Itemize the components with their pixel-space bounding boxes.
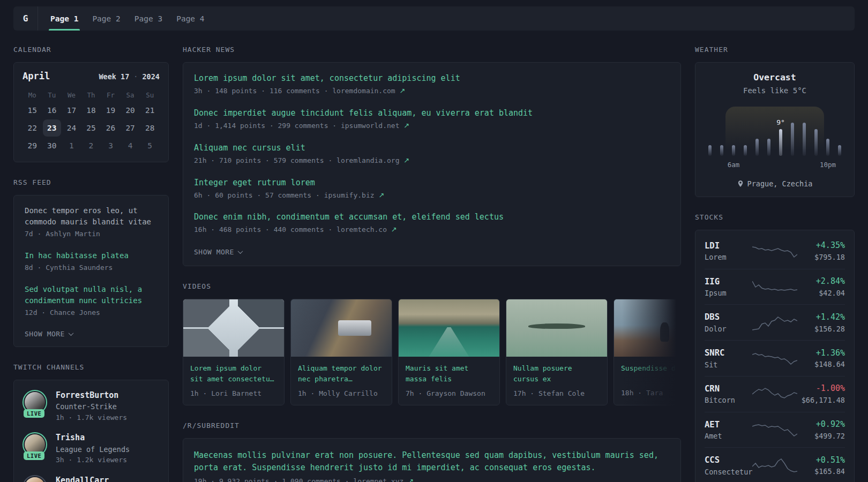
hackernews-item: Lorem ipsum dolor sit amet, consectetur … (194, 73, 670, 96)
calendar-day-cell: 23 (43, 119, 61, 137)
stock-row[interactable]: IIG Ipsum +2.84% $42.04 (705, 269, 845, 305)
video-meta: 1h · Molly Carrillo (298, 389, 385, 397)
calendar-week-label: Week 17 (99, 72, 129, 81)
twitch-channel-row[interactable]: LIVE ForrestBurton Counter-Strike 1h · 1… (23, 390, 160, 423)
sparkline-path (752, 388, 797, 398)
stock-values: +2.84% $42.04 (797, 276, 845, 298)
hackernews-item-meta[interactable]: 21h · 710 points · 579 comments · loreml… (194, 156, 670, 166)
twitch-channel-game: League of Legends (56, 444, 130, 455)
video-card-body: Aliquam tempor dolor nec pharetra… 1h · … (291, 357, 392, 404)
stock-company-name: Ipsum (705, 288, 752, 298)
avatar (25, 477, 45, 482)
video-title-link[interactable]: Mauris sit amet massa felis (406, 363, 492, 385)
stock-row[interactable]: CRN Bitcorn -1.00% $66,171.48 (705, 376, 845, 412)
page-tab[interactable]: Page 3 (128, 6, 169, 31)
video-card[interactable]: Aliquam tempor dolor nec pharetra… 1h · … (290, 299, 392, 405)
twitch-channel-name: Trisha (56, 432, 130, 444)
calendar-day-cell: 1 (62, 137, 80, 154)
calendar-day-cell: 15 (23, 102, 41, 119)
hackernews-show-more-button[interactable]: SHOW MORE (194, 247, 242, 256)
page-tab[interactable]: Page 2 (85, 6, 127, 31)
hackernews-item-title-link[interactable]: Integer eget rutrum lorem (194, 178, 670, 187)
dashboard-page: G Page 1Page 2Page 3Page 4 CALENDAR Apri… (13, 0, 855, 482)
video-card[interactable]: Lorem ipsum dolor sit amet consectetu… 1… (183, 299, 285, 405)
chevron-down-icon (69, 330, 74, 336)
videos-section-label: VIDEOS (183, 282, 681, 290)
hackernews-meta-text: 3h · 148 points · 116 comments · loremdo… (194, 87, 400, 95)
twitch-channel-row[interactable]: LIVE Trisha League of Legends 3h · 1.2k … (23, 432, 160, 465)
stock-sparkline-chart (752, 421, 797, 439)
app-logo: G (13, 6, 38, 31)
stock-row[interactable]: DBS Dolor +1.42% $156.28 (705, 304, 845, 340)
video-card[interactable]: Mauris sit amet massa felis 7h · Grayson… (398, 299, 500, 405)
location-pin-icon (737, 180, 744, 187)
page-tab[interactable]: Page 4 (169, 6, 211, 31)
calendar-day-cell: 28 (141, 119, 159, 137)
twitch-channel-row[interactable]: KendallCarr (23, 475, 160, 482)
calendar-header: April Week 17 · 2024 (23, 71, 160, 81)
weather-hourly-bars: 6am 9° (708, 107, 841, 156)
page-tab[interactable]: Page 1 (43, 6, 85, 31)
hackernews-item-title-link[interactable]: Lorem ipsum dolor sit amet, consectetur … (194, 73, 670, 83)
weather-feels-like: Feels like 5°C (704, 86, 845, 95)
video-title-link[interactable]: Aliquam tempor dolor nec pharetra… (298, 363, 385, 385)
twitch-avatar-ring (23, 475, 47, 482)
twitch-avatar-wrap: LIVE (23, 432, 47, 457)
stock-row[interactable]: SNRC Sit +1.36% $148.64 (705, 340, 845, 376)
twitch-channel-info: Trisha League of Legends 3h · 1.2k viewe… (56, 432, 130, 465)
subreddit-post-meta[interactable]: 19h · 9,932 points · 1,090 comments · lo… (194, 477, 670, 482)
video-title-link[interactable]: Nullam posuere cursus ex (513, 363, 600, 385)
stock-names: CCS Consectetur (705, 454, 752, 477)
hackernews-item-title-link[interactable]: Donec enim nibh, condimentum et accumsan… (194, 212, 670, 222)
weather-location: Prague, Czechia (704, 179, 845, 188)
calendar-week-year: Week 17 · 2024 (99, 72, 160, 81)
twitch-widget: TWITCH CHANNELS LIVE ForrestBurton (13, 363, 169, 482)
rss-item-title-link[interactable]: Donec tempor eros leo, ut commodo mauris… (25, 205, 158, 228)
stock-row[interactable]: LDI Lorem +4.35% $795.18 (705, 234, 845, 269)
stock-sparkline-chart (752, 243, 797, 260)
calendar-dow-label: Fr (107, 89, 115, 102)
hackernews-item-meta[interactable]: 6h · 60 points · 57 comments · ipsumify.… (194, 191, 670, 201)
hackernews-item-meta[interactable]: 16h · 468 points · 440 comments · loremt… (194, 225, 670, 235)
subreddit-post-title-link[interactable]: Maecenas mollis pulvinar erat non posuer… (194, 449, 670, 475)
external-link-icon: ↗ (408, 477, 414, 482)
hackernews-item-title-link[interactable]: Aliquam nec cursus elit (194, 143, 670, 153)
stocks-card: LDI Lorem +4.35% $795.18 (695, 230, 855, 482)
weather-hour-bar (814, 129, 818, 156)
rss-widget: RSS FEED Donec tempor eros leo, ut commo… (13, 178, 169, 347)
stock-sparkline-chart (752, 457, 797, 475)
rss-item-meta: 7d · Ashlyn Martin (25, 229, 158, 239)
calendar-dow-label: Sa (126, 89, 134, 102)
video-title-link[interactable]: Suspendisse diam (621, 363, 681, 385)
stock-row[interactable]: AET Amet +0.92% $499.72 (705, 412, 845, 448)
weather-hour-bar (720, 145, 723, 156)
video-title-link[interactable]: Lorem ipsum dolor sit amet consectetu… (190, 363, 277, 385)
rss-show-more-button[interactable]: SHOW MORE (25, 329, 73, 338)
stock-company-name: Bitcorn (705, 395, 752, 405)
hackernews-meta-text: 1d · 1,414 points · 299 comments · ipsum… (194, 122, 403, 130)
external-link-icon: ↗ (400, 87, 406, 95)
weather-location-text: Prague, Czechia (747, 179, 813, 188)
weather-section-label: WEATHER (695, 46, 855, 54)
hackernews-meta-text: 16h · 468 points · 440 comments · loremt… (194, 225, 391, 234)
calendar-day-cell: 20 (121, 102, 139, 119)
stock-row[interactable]: CCS Consectetur +0.51% $165.84 (705, 447, 845, 482)
external-link-icon: ↗ (403, 122, 409, 130)
rss-item-title-link[interactable]: In hac habitasse platea (25, 250, 158, 261)
twitch-channel-meta: 1h · 1.7k viewers (56, 412, 127, 423)
hackernews-section-label: HACKER NEWS (183, 46, 681, 54)
video-card[interactable]: Nullam posuere cursus ex 17h · Stefan Co… (506, 299, 608, 405)
videos-carousel[interactable]: Lorem ipsum dolor sit amet consectetu… 1… (183, 299, 681, 405)
video-thumbnail (291, 299, 392, 357)
rss-item-title-link[interactable]: Sed volutpat nulla nisl, a condimentum n… (25, 284, 158, 306)
stocks-widget: STOCKS LDI Lorem +4.35% (695, 213, 855, 482)
video-card[interactable]: Suspendisse diam 18h · Tara (613, 299, 681, 405)
stock-company-name: Lorem (705, 252, 752, 262)
weather-hour-bar (791, 123, 794, 156)
hackernews-item-title-link[interactable]: Donec imperdiet augue tincidunt felis al… (194, 108, 670, 118)
hackernews-item-meta[interactable]: 1d · 1,414 points · 299 comments · ipsum… (194, 121, 670, 131)
calendar-year: 2024 (142, 72, 160, 81)
weather-time-label: 6am (728, 161, 740, 169)
twitch-channel-game: Counter-Strike (56, 401, 127, 412)
hackernews-item-meta[interactable]: 3h · 148 points · 116 comments · loremdo… (194, 86, 670, 96)
